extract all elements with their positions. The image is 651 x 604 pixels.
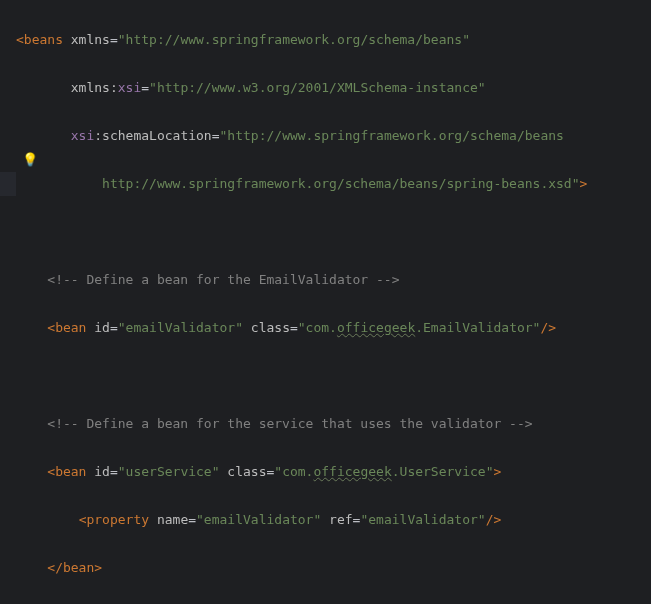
attr-id: id (94, 464, 110, 479)
attr-class: class (227, 464, 266, 479)
attr-name: name (157, 512, 188, 527)
schema-url-1: "http://www.springframework.org/schema/b… (220, 128, 564, 143)
blank-line (16, 220, 651, 244)
code-line: <property name="emailValidator" ref="ema… (16, 508, 651, 532)
schema-url-2: http://www.springframework.org/schema/be… (102, 176, 579, 191)
tag-property: property (86, 512, 149, 527)
ns-xsi: xsi (118, 80, 141, 95)
attr-class: class (251, 320, 290, 335)
prop-ref-value: "emailValidator" (360, 512, 485, 527)
code-line: xsi:schemaLocation="http://www.springfra… (16, 124, 651, 148)
xmlns-value: "http://www.springframework.org/schema/b… (118, 32, 470, 47)
comment-email-validator: <!-- Define a bean for the EmailValidato… (16, 272, 400, 287)
code-editor[interactable]: <beans xmlns="http://www.springframework… (0, 0, 651, 604)
attr-id: id (94, 320, 110, 335)
code-line: xmlns:xsi="http://www.w3.org/2001/XMLSch… (16, 76, 651, 100)
code-line: <!-- Define a bean for the EmailValidato… (16, 268, 651, 292)
attr-xmlns-prefix: xmlns: (71, 80, 118, 95)
angle-open: < (16, 32, 24, 47)
pkg-officegeek-warn: officegeek (337, 320, 415, 335)
blank-line (16, 364, 651, 388)
code-line: </bean> (16, 556, 651, 580)
prop-name-value: "emailValidator" (196, 512, 321, 527)
id-userservice: "userService" (118, 464, 220, 479)
tag-bean: bean (55, 464, 86, 479)
attr-schemalocation: schemaLocation (102, 128, 212, 143)
xsi-value: "http://www.w3.org/2001/XMLSchema-instan… (149, 80, 486, 95)
id-emailvalidator: "emailValidator" (118, 320, 243, 335)
pkg-officegeek-warn: officegeek (313, 464, 391, 479)
code-line: <bean id="userService" class="com.office… (16, 460, 651, 484)
angle-close: > (580, 176, 588, 191)
tag-bean-close: bean (63, 560, 94, 575)
comment-service-validator: <!-- Define a bean for the service that … (16, 416, 533, 431)
ns-xsi: xsi (71, 128, 94, 143)
tag-beans: beans (24, 32, 63, 47)
tag-bean: bean (55, 320, 86, 335)
code-line: <!-- Define a bean for the service that … (16, 412, 651, 436)
attr-xmlns: xmlns (71, 32, 110, 47)
attr-ref: ref (329, 512, 352, 527)
code-line: <beans xmlns="http://www.springframework… (16, 28, 651, 52)
code-line: http://www.springframework.org/schema/be… (16, 172, 651, 196)
code-line: <bean id="emailValidator" class="com.off… (16, 316, 651, 340)
